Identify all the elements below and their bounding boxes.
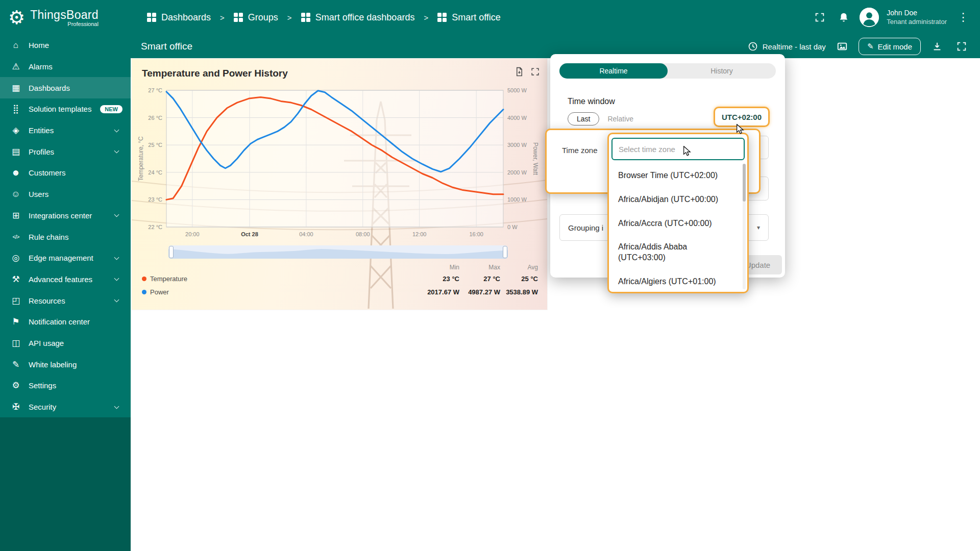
- timezone-dropdown: Browser Time (UTC+02:00)Africa/Abidjan (…: [607, 133, 749, 293]
- sidebar-item-label: Advanced features: [29, 275, 108, 284]
- sidebar-item-rule-chains[interactable]: </>Rule chains: [0, 226, 131, 247]
- edit-mode-label: Edit mode: [877, 42, 912, 51]
- sidebar-item-alarms[interactable]: ⚠Alarms: [0, 56, 131, 78]
- timezone-option[interactable]: Africa/Algiers (UTC+01:00): [609, 270, 742, 293]
- sidebar-item-settings[interactable]: ⚙Settings: [0, 375, 131, 396]
- sidebar-item-notification-center[interactable]: ⚑Notification center: [0, 311, 131, 333]
- sidebar-item-entities[interactable]: ◈Entities: [0, 120, 131, 141]
- notification-icon: ⚑: [10, 316, 21, 327]
- svg-text:Power, Watt: Power, Watt: [532, 142, 539, 176]
- edit-mode-button[interactable]: ✎ Edit mode: [859, 38, 921, 55]
- sidebar-item-edge-management[interactable]: ◎Edge management: [0, 247, 131, 269]
- timewindow-tabs: Realtime History: [559, 63, 776, 79]
- legend-key-power[interactable]: Power: [142, 288, 398, 296]
- sidebar-menu: ⌂Home⚠Alarms▦Dashboards⣿Solution templat…: [0, 35, 131, 417]
- tab-realtime[interactable]: Realtime: [559, 63, 668, 79]
- timezone-field-label: Time zone: [562, 146, 597, 155]
- breadcrumb-item-groups[interactable]: Groups: [234, 12, 278, 23]
- sidebar-item-integrations-center[interactable]: ⊞Integrations center: [0, 205, 131, 227]
- timewindow-button[interactable]: Realtime - last day: [748, 41, 826, 52]
- svg-text:20:00: 20:00: [185, 231, 200, 237]
- sidebar-item-advanced-features[interactable]: ⚒Advanced features: [0, 269, 131, 290]
- slider-left-handle[interactable]: [169, 246, 174, 258]
- image-gallery-icon[interactable]: [834, 38, 850, 55]
- sidebar-item-dashboards[interactable]: ▦Dashboards: [0, 77, 131, 98]
- timezone-option[interactable]: Browser Time (UTC+02:00): [609, 164, 742, 188]
- breadcrumb-item-smart-office[interactable]: Smart office: [437, 12, 501, 23]
- svg-text:5000 W: 5000 W: [507, 87, 527, 93]
- range-type-toggle: Last Relative: [568, 112, 633, 126]
- export-widget-icon[interactable]: [514, 67, 524, 79]
- svg-text:3000 W: 3000 W: [507, 142, 527, 148]
- sidebar-item-label: Home: [29, 41, 125, 49]
- timezone-search-input[interactable]: [611, 138, 745, 160]
- legend-series-name: Temperature: [150, 275, 187, 283]
- notifications-bell-icon[interactable]: [836, 9, 852, 26]
- brand-subtitle: Professional: [30, 21, 99, 27]
- tab-history[interactable]: History: [668, 63, 776, 79]
- sidebar-item-customers[interactable]: ☻Customers: [0, 162, 131, 184]
- sidebar-item-label: Edge management: [29, 254, 108, 262]
- sidebar-item-label: Alarms: [29, 62, 125, 71]
- user-info: John Doe Tenant administrator: [887, 8, 947, 26]
- advanced-features-icon: ⚒: [10, 274, 21, 285]
- fullscreen-widget-icon[interactable]: [530, 67, 540, 79]
- settings-icon: ⚙: [10, 380, 21, 391]
- svg-text:25 °C: 25 °C: [148, 142, 162, 148]
- chart-legend: MinMaxAvgTemperature23 °C27 °C25 °CPower…: [142, 263, 538, 298]
- dashboards-icon: ▦: [10, 83, 21, 93]
- slider-right-handle[interactable]: [503, 246, 507, 258]
- dropdown-scrollbar[interactable]: [743, 164, 746, 289]
- sidebar-item-white-labeling[interactable]: ✎White labeling: [0, 354, 131, 375]
- svg-text:16:00: 16:00: [469, 231, 483, 237]
- timezone-option[interactable]: Africa/Accra (UTC+00:00): [609, 212, 742, 236]
- sidebar-item-label: API usage: [29, 339, 125, 347]
- user-avatar[interactable]: [860, 8, 879, 27]
- chevron-down-icon: [114, 127, 119, 132]
- svg-text:2000 W: 2000 W: [507, 169, 527, 176]
- time-range-slider[interactable]: [168, 245, 508, 259]
- user-role: Tenant administrator: [887, 18, 947, 27]
- download-icon[interactable]: [929, 38, 945, 55]
- sidebar-item-label: Integrations center: [29, 211, 108, 220]
- sidebar-item-label: Notification center: [29, 317, 125, 326]
- sidebar-item-label: Profiles: [29, 147, 108, 156]
- sidebar-item-solution-templates[interactable]: ⣿Solution templatesNEW: [0, 98, 131, 120]
- brand-logo[interactable]: ⚙ ThingsBoard Professional: [0, 0, 131, 35]
- breadcrumb-item-dashboards[interactable]: Dashboards: [147, 12, 211, 23]
- sidebar-item-home[interactable]: ⌂Home: [0, 35, 131, 56]
- toggle-last[interactable]: Last: [568, 112, 599, 126]
- dropdown-scrollbar-thumb[interactable]: [743, 164, 746, 202]
- legend-header: Avg: [500, 264, 538, 271]
- dashboard-grid-icon: [437, 13, 447, 22]
- time-window-label: Time window: [568, 97, 615, 106]
- sidebar-item-resources[interactable]: ◰Resources: [0, 290, 131, 311]
- toggle-relative[interactable]: Relative: [607, 115, 633, 123]
- legend-min-value: 23 °C: [398, 275, 459, 283]
- sidebar-item-profiles[interactable]: ▤Profiles: [0, 141, 131, 162]
- chevron-down-icon: [114, 297, 119, 303]
- chevron-down-icon: [114, 276, 119, 281]
- legend-header: Max: [459, 264, 500, 271]
- sidebar-item-label: Users: [29, 190, 125, 198]
- fullscreen-icon[interactable]: [812, 9, 828, 26]
- sidebar: ⚙ ThingsBoard Professional ⌂Home⚠Alarms▦…: [0, 0, 131, 551]
- timezone-option[interactable]: Africa/Abidjan (UTC+00:00): [609, 188, 742, 212]
- sidebar-item-label: Rule chains: [29, 233, 125, 241]
- edge-icon: ◎: [10, 253, 21, 263]
- breadcrumb-item-smart-office-dashboards[interactable]: Smart office dashboards: [301, 12, 415, 23]
- sidebar-item-users[interactable]: ☺Users: [0, 184, 131, 205]
- legend-key-temperature[interactable]: Temperature: [142, 275, 398, 283]
- chevron-down-icon: [114, 255, 119, 260]
- header-actions: John Doe Tenant administrator ⋮: [812, 8, 972, 27]
- legend-header: Min: [398, 264, 459, 271]
- timezone-option[interactable]: Africa/Addis Ababa (UTC+03:00): [609, 235, 742, 270]
- breadcrumb-label: Smart office: [452, 12, 501, 23]
- sidebar-item-api-usage[interactable]: ◫API usage: [0, 333, 131, 354]
- pointer-cursor-icon: [683, 146, 692, 158]
- fullscreen-dashboard-icon[interactable]: [953, 38, 970, 55]
- more-menu-icon[interactable]: ⋮: [954, 11, 972, 24]
- users-icon: ☺: [10, 189, 21, 199]
- grouping-interval-label: Grouping i: [568, 223, 603, 232]
- sidebar-item-security[interactable]: ✠Security: [0, 396, 131, 418]
